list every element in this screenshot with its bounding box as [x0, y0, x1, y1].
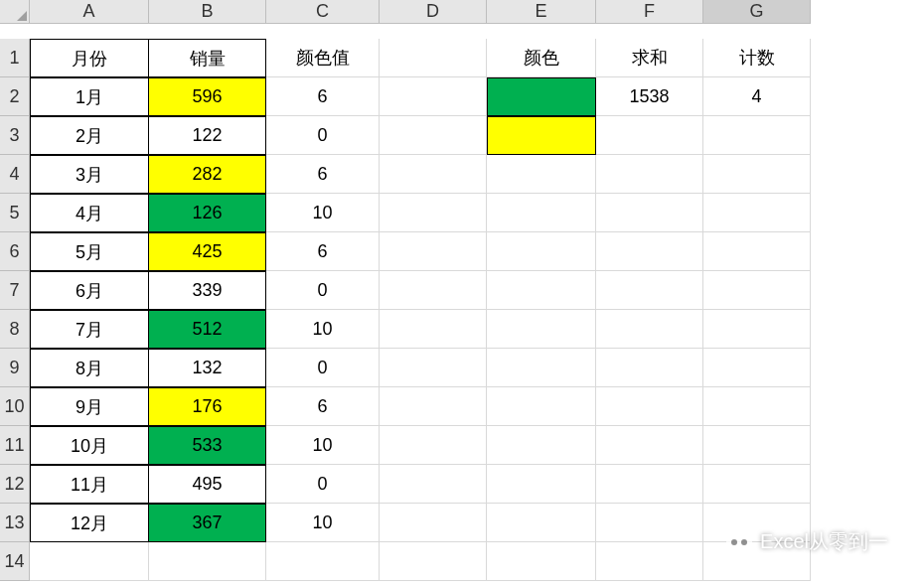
col-header-E[interactable]: E: [487, 0, 596, 24]
cell-E11[interactable]: [487, 426, 596, 465]
cell-D3[interactable]: [380, 116, 487, 155]
cell-C5[interactable]: 10: [266, 194, 380, 232]
cell-B6[interactable]: 425: [149, 232, 266, 271]
row-header-8[interactable]: 8: [0, 310, 30, 349]
cell-G12[interactable]: [703, 465, 811, 504]
cell-A12[interactable]: 11月: [30, 465, 149, 504]
cell-D9[interactable]: [380, 349, 487, 387]
cell-C8[interactable]: 10: [266, 310, 380, 349]
row-header-5[interactable]: 5: [0, 194, 30, 232]
cell-B8[interactable]: 512: [149, 310, 266, 349]
cell-C6[interactable]: 6: [266, 232, 380, 271]
row-header-6[interactable]: 6: [0, 232, 30, 271]
cell-C1[interactable]: 颜色值: [266, 39, 380, 77]
cell-G8[interactable]: [703, 310, 811, 349]
cell-E4[interactable]: [487, 155, 596, 194]
cell-G1[interactable]: 计数: [703, 39, 811, 77]
row-header-12[interactable]: 12: [0, 465, 30, 504]
cell-D7[interactable]: [380, 271, 487, 310]
col-header-G[interactable]: G: [703, 0, 811, 24]
cell-A4[interactable]: 3月: [30, 155, 149, 194]
cell-F4[interactable]: [596, 155, 703, 194]
col-header-B[interactable]: B: [149, 0, 266, 24]
cell-A10[interactable]: 9月: [30, 387, 149, 426]
cell-B4[interactable]: 282: [149, 155, 266, 194]
cell-A3[interactable]: 2月: [30, 116, 149, 155]
cell-D2[interactable]: [380, 77, 487, 116]
col-header-C[interactable]: C: [266, 0, 380, 24]
cell-G2[interactable]: 4: [703, 77, 811, 116]
cell-G7[interactable]: [703, 271, 811, 310]
cell-G5[interactable]: [703, 194, 811, 232]
cell-F6[interactable]: [596, 232, 703, 271]
cell-F8[interactable]: [596, 310, 703, 349]
cell-C14[interactable]: [266, 542, 380, 581]
cell-D12[interactable]: [380, 465, 487, 504]
col-header-A[interactable]: A: [30, 0, 149, 24]
cell-E3[interactable]: [487, 116, 596, 155]
row-header-1[interactable]: 1: [0, 39, 30, 77]
cell-C13[interactable]: 10: [266, 504, 380, 542]
row-header-14[interactable]: 14: [0, 542, 30, 581]
cell-E5[interactable]: [487, 194, 596, 232]
cell-C12[interactable]: 0: [266, 465, 380, 504]
spreadsheet-grid[interactable]: A B C D E F G 1 月份 销量 颜色值 颜色 求和 计数 2 1月 …: [0, 0, 924, 581]
cell-E10[interactable]: [487, 387, 596, 426]
cell-E13[interactable]: [487, 504, 596, 542]
row-header-13[interactable]: 13: [0, 504, 30, 542]
row-header-7[interactable]: 7: [0, 271, 30, 310]
cell-C11[interactable]: 10: [266, 426, 380, 465]
cell-G3[interactable]: [703, 116, 811, 155]
cell-E2[interactable]: [487, 77, 596, 116]
cell-A5[interactable]: 4月: [30, 194, 149, 232]
cell-D4[interactable]: [380, 155, 487, 194]
cell-G11[interactable]: [703, 426, 811, 465]
cell-E6[interactable]: [487, 232, 596, 271]
row-header-11[interactable]: 11: [0, 426, 30, 465]
row-header-3[interactable]: 3: [0, 116, 30, 155]
select-all-corner[interactable]: [0, 0, 30, 24]
cell-F14[interactable]: [596, 542, 703, 581]
cell-B12[interactable]: 495: [149, 465, 266, 504]
cell-C3[interactable]: 0: [266, 116, 380, 155]
cell-D11[interactable]: [380, 426, 487, 465]
cell-A6[interactable]: 5月: [30, 232, 149, 271]
row-header-9[interactable]: 9: [0, 349, 30, 387]
cell-B7[interactable]: 339: [149, 271, 266, 310]
cell-E9[interactable]: [487, 349, 596, 387]
cell-A9[interactable]: 8月: [30, 349, 149, 387]
cell-F10[interactable]: [596, 387, 703, 426]
cell-C7[interactable]: 0: [266, 271, 380, 310]
cell-D13[interactable]: [380, 504, 487, 542]
cell-A13[interactable]: 12月: [30, 504, 149, 542]
cell-C9[interactable]: 0: [266, 349, 380, 387]
cell-D10[interactable]: [380, 387, 487, 426]
cell-D1[interactable]: [380, 39, 487, 77]
cell-F11[interactable]: [596, 426, 703, 465]
cell-C2[interactable]: 6: [266, 77, 380, 116]
cell-F9[interactable]: [596, 349, 703, 387]
cell-B11[interactable]: 533: [149, 426, 266, 465]
cell-F7[interactable]: [596, 271, 703, 310]
cell-B1[interactable]: 销量: [149, 39, 266, 77]
cell-D14[interactable]: [380, 542, 487, 581]
cell-E12[interactable]: [487, 465, 596, 504]
col-header-F[interactable]: F: [596, 0, 703, 24]
col-header-D[interactable]: D: [380, 0, 487, 24]
row-header-10[interactable]: 10: [0, 387, 30, 426]
cell-A1[interactable]: 月份: [30, 39, 149, 77]
cell-A14[interactable]: [30, 542, 149, 581]
cell-A11[interactable]: 10月: [30, 426, 149, 465]
cell-A7[interactable]: 6月: [30, 271, 149, 310]
row-header-2[interactable]: 2: [0, 77, 30, 116]
cell-D5[interactable]: [380, 194, 487, 232]
cell-C10[interactable]: 6: [266, 387, 380, 426]
cell-D8[interactable]: [380, 310, 487, 349]
cell-E1[interactable]: 颜色: [487, 39, 596, 77]
cell-F12[interactable]: [596, 465, 703, 504]
row-header-4[interactable]: 4: [0, 155, 30, 194]
cell-G4[interactable]: [703, 155, 811, 194]
cell-G6[interactable]: [703, 232, 811, 271]
cell-B13[interactable]: 367: [149, 504, 266, 542]
cell-F2[interactable]: 1538: [596, 77, 703, 116]
